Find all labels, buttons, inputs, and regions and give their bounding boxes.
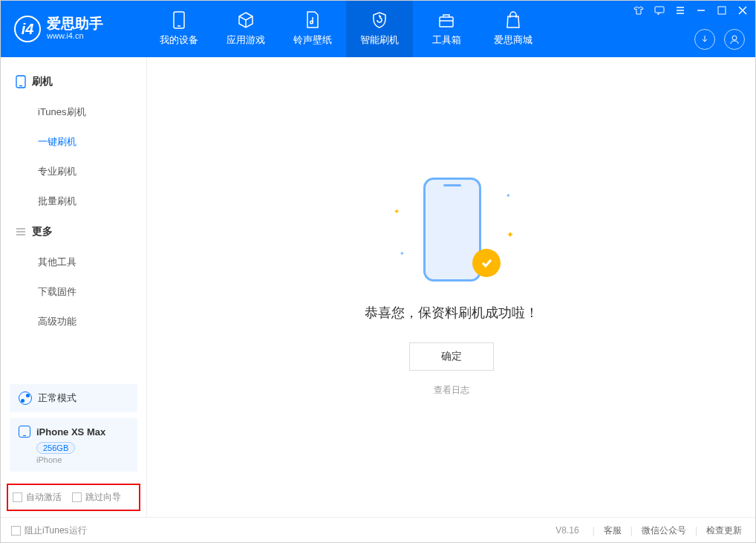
- mode-label: 正常模式: [38, 391, 76, 405]
- svg-point-3: [310, 21, 313, 24]
- footer: 阻止iTunes运行 V8.16 | 客服 | 微信公众号 | 检查更新: [1, 517, 755, 543]
- close-button[interactable]: [737, 5, 748, 16]
- view-log-link[interactable]: 查看日志: [434, 384, 469, 397]
- section-title: 刷机: [32, 75, 53, 88]
- svg-rect-11: [718, 7, 726, 14]
- device-phone-icon: [19, 426, 30, 438]
- sparkle-icon: ✦: [400, 250, 405, 257]
- nav-label: 工具箱: [432, 33, 461, 47]
- check-badge-icon: [472, 249, 501, 277]
- shirt-icon[interactable]: [633, 5, 644, 16]
- success-message: 恭喜您，保资料刷机成功啦！: [365, 304, 538, 322]
- phone-icon: [16, 75, 26, 88]
- nav-apps[interactable]: 应用游戏: [212, 1, 279, 57]
- nav-label: 智能刷机: [360, 33, 399, 47]
- nav-tabs: 我的设备 应用游戏 铃声壁纸 智能刷机 工具箱 爱思商城: [146, 1, 547, 57]
- sidebar-section-flash: 刷机 iTunes刷机 一键刷机 专业刷机 批量刷机: [1, 66, 146, 216]
- nav-label: 铃声壁纸: [293, 33, 332, 47]
- checkbox-label: 阻止iTunes运行: [25, 524, 87, 537]
- nav-flash[interactable]: 智能刷机: [346, 1, 413, 57]
- footer-link-support[interactable]: 客服: [601, 524, 625, 537]
- checkbox-icon: [72, 492, 82, 502]
- sparkle-icon: ✦: [506, 192, 511, 199]
- titlebar-controls: [633, 5, 748, 16]
- body-area: 刷机 iTunes刷机 一键刷机 专业刷机 批量刷机 更多 其他工具 下载固件 …: [1, 57, 755, 517]
- footer-links: | 客服 | 微信公众号 | 检查更新: [593, 524, 745, 537]
- app-title: 爱思助手: [47, 16, 103, 30]
- checkbox-auto-activate[interactable]: 自动激活: [13, 491, 62, 504]
- sidebar: 刷机 iTunes刷机 一键刷机 专业刷机 批量刷机 更多 其他工具 下载固件 …: [1, 57, 147, 517]
- svg-point-14: [732, 36, 737, 40]
- list-icon: [16, 227, 26, 237]
- section-header-more[interactable]: 更多: [11, 216, 136, 247]
- nav-my-device[interactable]: 我的设备: [146, 1, 212, 57]
- feedback-icon[interactable]: [654, 5, 665, 16]
- checkbox-block-itunes[interactable]: 阻止iTunes运行: [11, 524, 87, 537]
- mode-icon: [19, 391, 32, 405]
- logo-icon: i4: [14, 16, 41, 42]
- footer-link-update[interactable]: 检查更新: [703, 524, 745, 537]
- device-type: iPhone: [36, 455, 128, 464]
- sparkle-icon: ✦: [506, 230, 514, 240]
- app-subtitle: www.i4.cn: [47, 30, 103, 41]
- nav-label: 我的设备: [160, 33, 198, 47]
- cube-icon: [237, 11, 255, 29]
- device-name: iPhone XS Max: [36, 426, 105, 438]
- device-box[interactable]: iPhone XS Max 256GB iPhone: [10, 418, 137, 472]
- header-right-icons: [694, 29, 745, 50]
- checkbox-skip-guide[interactable]: 跳过向导: [72, 491, 121, 504]
- minimize-button[interactable]: [696, 5, 706, 16]
- highlighted-options: 自动激活 跳过向导: [7, 484, 140, 511]
- nav-label: 爱思商城: [494, 33, 532, 47]
- logo-text: 爱思助手 www.i4.cn: [47, 16, 103, 41]
- nav-store[interactable]: 爱思商城: [480, 1, 547, 57]
- checkbox-icon: [13, 492, 22, 502]
- section-header-flash[interactable]: 刷机: [11, 66, 136, 97]
- shield-refresh-icon: [371, 11, 388, 29]
- ok-button[interactable]: 确定: [409, 342, 494, 371]
- sidebar-item-other-tools[interactable]: 其他工具: [11, 247, 136, 277]
- maximize-button[interactable]: [717, 5, 727, 16]
- bag-icon: [504, 11, 522, 29]
- main-content: ✦ ✦ ✦ ✦ 恭喜您，保资料刷机成功啦！ 确定 查看日志: [147, 57, 755, 517]
- logo-area[interactable]: i4 爱思助手 www.i4.cn: [1, 16, 146, 42]
- app-header: i4 爱思助手 www.i4.cn 我的设备 应用游戏 铃声壁纸 智能刷机 工具…: [1, 1, 755, 57]
- sidebar-item-itunes-flash[interactable]: iTunes刷机: [11, 97, 136, 127]
- svg-rect-6: [655, 7, 664, 13]
- device-icon: [170, 11, 188, 29]
- toolbox-icon: [437, 11, 455, 29]
- user-icon[interactable]: [724, 29, 745, 50]
- svg-rect-4: [440, 17, 453, 27]
- music-file-icon: [304, 11, 322, 29]
- nav-toolbox[interactable]: 工具箱: [413, 1, 480, 57]
- sidebar-item-advanced[interactable]: 高级功能: [11, 307, 136, 336]
- checkbox-label: 自动激活: [26, 491, 62, 504]
- nav-label: 应用游戏: [227, 33, 265, 47]
- checkbox-icon: [11, 526, 21, 536]
- sidebar-item-pro-flash[interactable]: 专业刷机: [11, 157, 136, 186]
- success-illustration: ✦ ✦ ✦ ✦: [407, 178, 496, 289]
- download-icon[interactable]: [694, 29, 715, 50]
- sidebar-item-batch-flash[interactable]: 批量刷机: [11, 186, 136, 216]
- sidebar-item-download-firmware[interactable]: 下载固件: [11, 277, 136, 307]
- sidebar-section-more: 更多 其他工具 下载固件 高级功能: [1, 216, 146, 336]
- nav-ringtones[interactable]: 铃声壁纸: [279, 1, 346, 57]
- mode-box[interactable]: 正常模式: [10, 384, 137, 412]
- sidebar-item-oneclick-flash[interactable]: 一键刷机: [11, 127, 136, 157]
- version-label: V8.16: [555, 525, 579, 536]
- footer-link-wechat[interactable]: 微信公众号: [639, 524, 689, 537]
- checkbox-label: 跳过向导: [85, 491, 121, 504]
- menu-icon[interactable]: [675, 5, 685, 16]
- device-storage-badge: 256GB: [36, 442, 75, 454]
- section-title: 更多: [32, 225, 53, 238]
- sparkle-icon: ✦: [394, 207, 400, 215]
